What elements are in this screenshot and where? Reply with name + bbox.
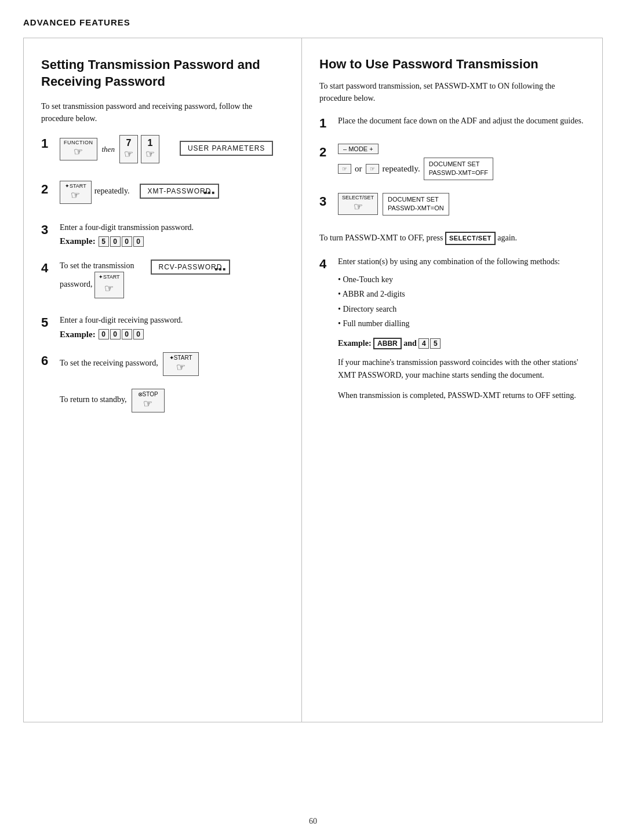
body-text-1: If your machine's transmission password …	[338, 356, 585, 382]
page-number: 60	[309, 817, 317, 826]
start-key-2: ✦START ☞	[60, 181, 92, 204]
select-set-badge: SELECT/SET	[445, 232, 496, 246]
then-label: then	[102, 145, 115, 154]
right-step-2-number: 2	[319, 145, 332, 160]
right-step-4-text: Enter station(s) by using any combinatio…	[338, 255, 585, 268]
key-7: 7 ☞	[119, 135, 138, 163]
step-6-content: To set the receiving password, ✦START ☞	[60, 352, 284, 376]
doc-set-on: DOCUMENT SET PASSWD-XMT=ON	[383, 193, 449, 216]
method-2: ABBR and 2-digits	[338, 287, 585, 301]
start-key-4: ✦START ☞	[94, 272, 124, 299]
methods-list: One-Touch key ABBR and 2-digits Director…	[338, 272, 585, 331]
body-text-2: When transmission is completed, PASSWD-X…	[338, 389, 585, 402]
header-title: ADVANCED FEATURES	[23, 17, 603, 27]
method-3: Directory search	[338, 302, 585, 316]
select-key-3: SELECT/SET ☞	[338, 193, 378, 215]
step-3: 3 Enter a four-digit transmission passwo…	[41, 221, 284, 247]
left-intro: To set transmission password and receivi…	[41, 100, 284, 125]
step-2-number: 2	[41, 182, 54, 197]
step-1: 1 FUNCTION ☞ then 7 ☞ 1	[41, 135, 284, 168]
step-2-keys: ✦START ☞ repeatedly. XMT-PASSWORD ■■■	[60, 181, 284, 204]
step-4-number: 4	[41, 261, 54, 276]
step-5-number: 5	[41, 315, 54, 330]
left-section-title: Setting Transmission Password and Receiv…	[41, 57, 284, 90]
right-step-1-content: Place the document face down on the ADF …	[338, 115, 585, 130]
abbr-badge: ABBR	[373, 338, 402, 349]
main-content: Setting Transmission Password and Receiv…	[23, 38, 603, 722]
key-1: 1 ☞	[141, 135, 159, 163]
step-2: 2 ✦START ☞ repeatedly. XMT-PASSWORD ■■■	[41, 181, 284, 209]
xmt-password-label: XMT-PASSWORD	[148, 187, 212, 195]
right-step-2: 2 – MODE + ☞ or ☞	[319, 144, 585, 180]
function-key: FUNCTION ☞	[60, 138, 97, 160]
right-step-4-content: Enter station(s) by using any combinatio…	[338, 255, 585, 409]
right-step-3: 3 SELECT/SET ☞ DOCUMENT SET PASSWD-XMT=O…	[319, 193, 585, 219]
right-column: How to Use Password Transmission To star…	[302, 38, 602, 722]
step-5-example: Example: 0 0 0 0	[60, 329, 284, 339]
start-key-6: ✦START ☞	[163, 352, 199, 376]
xmt-password-panel: XMT-PASSWORD ■■■	[140, 184, 220, 199]
step-5: 5 Enter a four-digit receiving password.…	[41, 314, 284, 339]
mode-key-right: ☞	[366, 164, 379, 174]
right-step-3-number: 3	[319, 194, 332, 209]
step-6-number: 6	[41, 353, 54, 368]
standby-text: To return to standby,	[60, 393, 127, 406]
right-intro: To start password transmission, set PASS…	[319, 80, 585, 104]
right-step-4-number: 4	[319, 257, 332, 272]
doc-set-off: DOCUMENT SET PASSWD-XMT=OFF	[424, 158, 493, 180]
step-2-content: ✦START ☞ repeatedly. XMT-PASSWORD ■■■	[60, 181, 284, 209]
mode-minus: – MODE +	[338, 144, 378, 154]
stop-key: ⊗STOP ☞	[132, 389, 165, 412]
right-step-1-text: Place the document face down on the ADF …	[338, 115, 585, 127]
mode-key-left: ☞	[338, 164, 351, 174]
left-column: Setting Transmission Password and Receiv…	[24, 38, 302, 722]
step-1-number: 1	[41, 136, 54, 151]
page: ADVANCED FEATURES Setting Transmission P…	[0, 0, 626, 840]
method-1: One-Touch key	[338, 272, 585, 287]
rcv-password-panel: RCV-PASSWORD ■■■	[151, 260, 231, 275]
step-6: 6 To set the receiving password, ✦START …	[41, 352, 284, 376]
step-3-content: Enter a four-digit transmission password…	[60, 221, 284, 247]
step-4: 4 To set the transmissionpassword, ✦STAR…	[41, 260, 284, 302]
step-4-content: To set the transmissionpassword, ✦START …	[60, 260, 284, 302]
right-step-4: 4 Enter station(s) by using any combinat…	[319, 255, 585, 409]
step-1-keys: FUNCTION ☞ then 7 ☞ 1 ☞ US	[60, 135, 284, 163]
step-5-text: Enter a four-digit receiving password.	[60, 314, 284, 326]
example-abbr-row: Example: ABBR and 4 5	[338, 338, 585, 349]
step-5-content: Enter a four-digit receiving password. E…	[60, 314, 284, 339]
right-step-3-content: SELECT/SET ☞ DOCUMENT SET PASSWD-XMT=ON	[338, 193, 585, 219]
step-1-content: FUNCTION ☞ then 7 ☞ 1 ☞ US	[60, 135, 284, 168]
select-set-note: To turn PASSWD-XMT to OFF, press SELECT/…	[319, 232, 585, 246]
right-step-1-number: 1	[319, 116, 332, 131]
standby-row: To return to standby, ⊗STOP ☞	[60, 389, 284, 412]
step-3-number: 3	[41, 222, 54, 238]
right-section-title: How to Use Password Transmission	[319, 57, 585, 72]
step-3-text: Enter a four-digit transmission password…	[60, 221, 284, 233]
step-3-example: Example: 5 0 0 0	[60, 236, 284, 247]
right-step-2-content: – MODE + ☞ or ☞ repeatedly. DOCUME	[338, 144, 585, 180]
method-4: Full number dialling	[338, 316, 585, 331]
user-parameters-panel: USER PARAMETERS	[180, 141, 273, 156]
right-step-1: 1 Place the document face down on the AD…	[319, 115, 585, 131]
